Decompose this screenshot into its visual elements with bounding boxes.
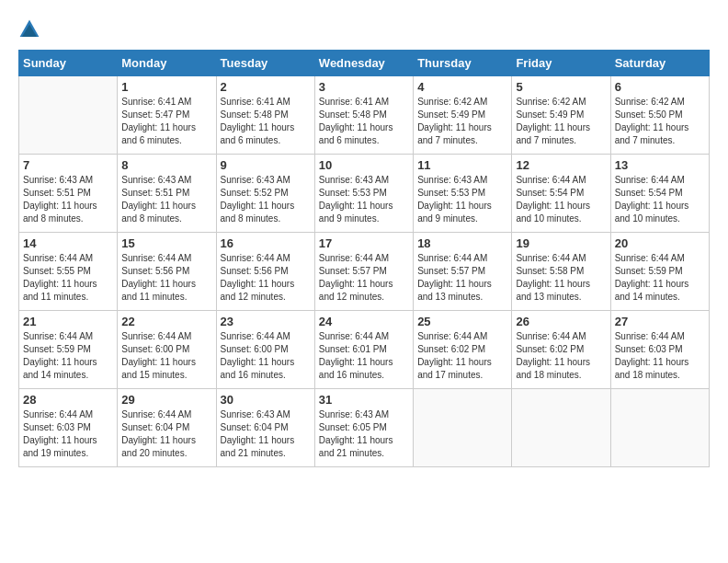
sunset: Sunset: 6:03 PM xyxy=(23,422,91,432)
daylight: Daylight: 11 hours and 19 minutes. xyxy=(23,435,97,458)
daylight: Daylight: 11 hours and 6 minutes. xyxy=(221,122,295,145)
day-info: Sunrise: 6:44 AM Sunset: 6:03 PM Dayligh… xyxy=(23,408,113,460)
day-number: 30 xyxy=(221,393,311,407)
daylight: Daylight: 11 hours and 14 minutes. xyxy=(23,357,97,380)
weekday-header-sunday: Sunday xyxy=(19,51,118,76)
sunrise: Sunrise: 6:44 AM xyxy=(319,253,389,263)
day-info: Sunrise: 6:44 AM Sunset: 5:57 PM Dayligh… xyxy=(417,252,507,304)
day-number: 24 xyxy=(319,315,409,328)
sunset: Sunset: 5:59 PM xyxy=(615,266,683,276)
calendar-week-row: 21 Sunrise: 6:44 AM Sunset: 5:59 PM Dayl… xyxy=(19,311,710,389)
day-number: 31 xyxy=(319,393,409,407)
day-info: Sunrise: 6:43 AM Sunset: 5:51 PM Dayligh… xyxy=(23,174,113,225)
sunset: Sunset: 6:01 PM xyxy=(319,344,387,354)
calendar-week-row: 7 Sunrise: 6:43 AM Sunset: 5:51 PM Dayli… xyxy=(19,155,710,233)
calendar-table: SundayMondayTuesdayWednesdayThursdayFrid… xyxy=(18,50,710,467)
daylight: Daylight: 11 hours and 8 minutes. xyxy=(23,201,97,224)
weekday-header-saturday: Saturday xyxy=(610,51,709,76)
daylight: Daylight: 11 hours and 6 minutes. xyxy=(319,122,393,145)
weekday-header-thursday: Thursday xyxy=(414,51,512,76)
daylight: Daylight: 11 hours and 6 minutes. xyxy=(121,122,196,145)
day-number: 17 xyxy=(319,236,409,250)
calendar-cell: 21 Sunrise: 6:44 AM Sunset: 5:59 PM Dayl… xyxy=(19,311,118,389)
day-number: 28 xyxy=(23,393,113,407)
day-info: Sunrise: 6:44 AM Sunset: 6:00 PM Dayligh… xyxy=(221,330,311,382)
sunrise: Sunrise: 6:42 AM xyxy=(615,97,685,107)
daylight: Daylight: 11 hours and 13 minutes. xyxy=(417,279,492,302)
sunrise: Sunrise: 6:44 AM xyxy=(516,331,586,341)
sunrise: Sunrise: 6:43 AM xyxy=(221,175,290,185)
daylight: Daylight: 11 hours and 17 minutes. xyxy=(417,357,492,380)
sunrise: Sunrise: 6:44 AM xyxy=(121,331,191,341)
day-number: 6 xyxy=(615,80,705,94)
calendar-cell: 15 Sunrise: 6:44 AM Sunset: 5:56 PM Dayl… xyxy=(118,233,216,311)
day-info: Sunrise: 6:44 AM Sunset: 5:58 PM Dayligh… xyxy=(516,252,606,304)
calendar-cell: 20 Sunrise: 6:44 AM Sunset: 5:59 PM Dayl… xyxy=(610,233,709,311)
logo-icon xyxy=(18,18,40,40)
sunrise: Sunrise: 6:44 AM xyxy=(615,175,685,185)
day-info: Sunrise: 6:43 AM Sunset: 6:04 PM Dayligh… xyxy=(221,408,311,460)
day-number: 8 xyxy=(121,158,211,172)
calendar-cell: 24 Sunrise: 6:44 AM Sunset: 6:01 PM Dayl… xyxy=(314,311,413,389)
sunrise: Sunrise: 6:44 AM xyxy=(516,175,586,185)
logo xyxy=(18,18,44,40)
daylight: Daylight: 11 hours and 12 minutes. xyxy=(221,279,295,302)
weekday-header-wednesday: Wednesday xyxy=(314,51,413,76)
calendar-cell: 19 Sunrise: 6:44 AM Sunset: 5:58 PM Dayl… xyxy=(512,233,610,311)
weekday-header-monday: Monday xyxy=(118,51,216,76)
calendar-cell: 12 Sunrise: 6:44 AM Sunset: 5:54 PM Dayl… xyxy=(512,155,610,233)
calendar-cell: 27 Sunrise: 6:44 AM Sunset: 6:03 PM Dayl… xyxy=(610,311,709,389)
day-info: Sunrise: 6:44 AM Sunset: 6:02 PM Dayligh… xyxy=(516,330,606,382)
sunset: Sunset: 5:56 PM xyxy=(221,266,289,276)
sunrise: Sunrise: 6:44 AM xyxy=(221,253,290,263)
calendar-cell: 9 Sunrise: 6:43 AM Sunset: 5:52 PM Dayli… xyxy=(216,155,314,233)
sunrise: Sunrise: 6:41 AM xyxy=(221,97,290,107)
sunrise: Sunrise: 6:44 AM xyxy=(417,331,487,341)
sunset: Sunset: 6:05 PM xyxy=(319,422,387,432)
day-info: Sunrise: 6:44 AM Sunset: 5:54 PM Dayligh… xyxy=(516,174,606,225)
day-number: 13 xyxy=(615,158,705,172)
sunset: Sunset: 5:47 PM xyxy=(121,109,189,120)
sunset: Sunset: 6:02 PM xyxy=(516,344,584,354)
day-number: 20 xyxy=(615,236,705,250)
day-info: Sunrise: 6:41 AM Sunset: 5:47 PM Dayligh… xyxy=(121,96,211,147)
day-number: 12 xyxy=(516,158,606,172)
sunset: Sunset: 5:51 PM xyxy=(23,188,91,198)
daylight: Daylight: 11 hours and 16 minutes. xyxy=(319,357,393,380)
sunset: Sunset: 6:04 PM xyxy=(221,422,289,432)
day-number: 5 xyxy=(516,80,606,94)
calendar-cell: 1 Sunrise: 6:41 AM Sunset: 5:47 PM Dayli… xyxy=(118,76,216,155)
day-number: 1 xyxy=(121,80,211,94)
sunset: Sunset: 5:52 PM xyxy=(221,188,289,198)
daylight: Daylight: 11 hours and 21 minutes. xyxy=(319,435,393,458)
calendar-cell: 3 Sunrise: 6:41 AM Sunset: 5:48 PM Dayli… xyxy=(314,76,413,155)
daylight: Daylight: 11 hours and 7 minutes. xyxy=(417,122,492,145)
day-info: Sunrise: 6:42 AM Sunset: 5:49 PM Dayligh… xyxy=(417,96,507,147)
calendar-cell xyxy=(414,389,512,467)
daylight: Daylight: 11 hours and 11 minutes. xyxy=(121,279,196,302)
daylight: Daylight: 11 hours and 11 minutes. xyxy=(23,279,97,302)
day-number: 7 xyxy=(23,158,113,172)
sunset: Sunset: 5:57 PM xyxy=(417,266,485,276)
sunrise: Sunrise: 6:43 AM xyxy=(23,175,93,185)
daylight: Daylight: 11 hours and 20 minutes. xyxy=(121,435,196,458)
sunset: Sunset: 6:00 PM xyxy=(121,344,189,354)
day-info: Sunrise: 6:44 AM Sunset: 6:04 PM Dayligh… xyxy=(121,408,211,460)
daylight: Daylight: 11 hours and 15 minutes. xyxy=(121,357,196,380)
day-number: 21 xyxy=(23,315,113,328)
day-number: 2 xyxy=(221,80,311,94)
calendar-cell: 11 Sunrise: 6:43 AM Sunset: 5:53 PM Dayl… xyxy=(414,155,512,233)
day-number: 11 xyxy=(417,158,507,172)
page-header xyxy=(18,18,710,40)
sunset: Sunset: 5:53 PM xyxy=(319,188,387,198)
day-info: Sunrise: 6:44 AM Sunset: 5:56 PM Dayligh… xyxy=(221,252,311,304)
daylight: Daylight: 11 hours and 10 minutes. xyxy=(615,201,689,224)
sunset: Sunset: 5:57 PM xyxy=(319,266,387,276)
sunset: Sunset: 5:58 PM xyxy=(516,266,584,276)
calendar-cell: 28 Sunrise: 6:44 AM Sunset: 6:03 PM Dayl… xyxy=(19,389,118,467)
calendar-cell: 18 Sunrise: 6:44 AM Sunset: 5:57 PM Dayl… xyxy=(414,233,512,311)
sunset: Sunset: 5:56 PM xyxy=(121,266,189,276)
sunrise: Sunrise: 6:43 AM xyxy=(319,175,389,185)
daylight: Daylight: 11 hours and 12 minutes. xyxy=(319,279,393,302)
day-number: 25 xyxy=(417,315,507,328)
